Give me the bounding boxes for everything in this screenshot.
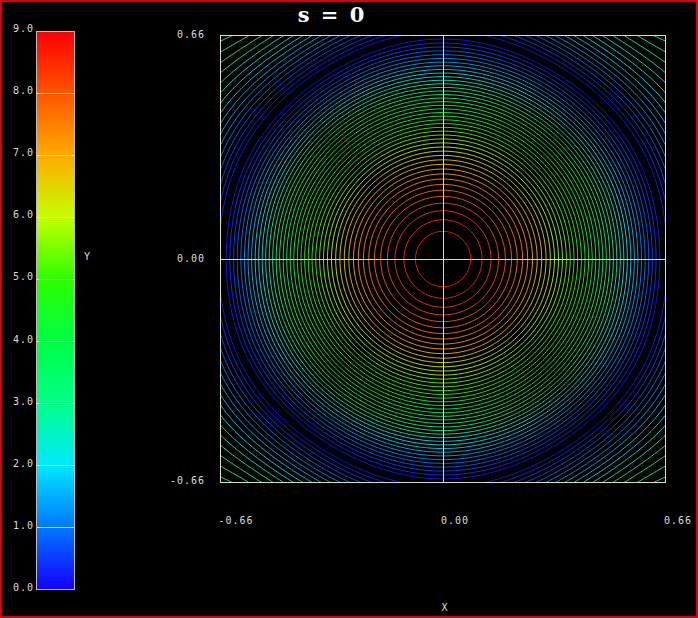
contour-plot-canvas <box>220 35 666 483</box>
colorbar-tick-label: 2.0 <box>4 458 34 470</box>
x-tick-label: 0.66 <box>650 515 698 527</box>
x-tick-label: 0.00 <box>427 515 483 527</box>
colorbar-tick-label: 9.0 <box>4 23 34 35</box>
colorbar-tick-label: 0.0 <box>4 582 34 594</box>
colorbar-tick-label: 3.0 <box>4 396 34 408</box>
colorbar-tick-label: 7.0 <box>4 147 34 159</box>
y-axis-label: Y <box>84 251 91 262</box>
x-axis-label: X <box>430 602 460 613</box>
page-title: s = 0 <box>2 2 662 27</box>
colorbar-tick-label: 4.0 <box>4 334 34 346</box>
colorbar-tick-label: 8.0 <box>4 85 34 97</box>
colorbar-tick-label: 1.0 <box>4 520 34 532</box>
y-tick-label: 0.66 <box>142 29 205 41</box>
y-tick-label: -0.66 <box>142 475 205 487</box>
colorbar <box>36 31 75 590</box>
colorbar-tick-label: 6.0 <box>4 209 34 221</box>
y-tick-label: 0.00 <box>142 253 205 265</box>
figure-window: s = 0 9.08.07.06.05.04.03.02.01.00.0 0.6… <box>0 0 698 618</box>
x-tick-label: -0.66 <box>208 515 264 527</box>
colorbar-tick-label: 5.0 <box>4 271 34 283</box>
